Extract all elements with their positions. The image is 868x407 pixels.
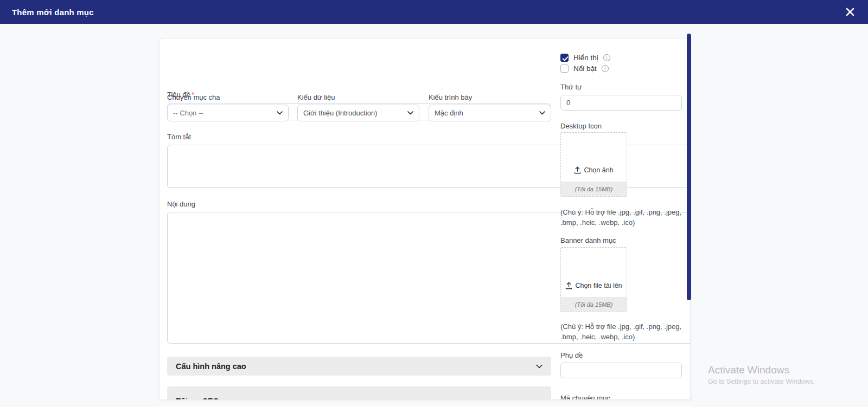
upload-icon (574, 166, 581, 174)
desktop-icon-upload-dropzone[interactable]: Chọn ảnh (Tối đa 15MB) (560, 132, 627, 197)
form-sidebar: Hiển thị Nổi bật Thứ tự Desktop Icon Chọ… (560, 38, 682, 400)
chevron-down-icon (407, 111, 413, 115)
modal-header: Thêm mới danh mục (0, 0, 868, 24)
order-label: Thứ tự (560, 83, 582, 91)
data-type-label: Kiểu dữ liệu (297, 93, 335, 101)
modal-scrollbar[interactable] (687, 34, 691, 300)
display-type-select[interactable]: Mặc định (429, 105, 551, 121)
add-category-form-card: Tiêu đề* Chuyên mục cha Kiểu dữ liệu Kiể… (159, 38, 691, 400)
info-icon[interactable] (602, 65, 609, 72)
close-icon[interactable] (844, 6, 856, 18)
subtitle-input[interactable] (560, 363, 682, 378)
max-size-hint: (Tối đa 15MB) (561, 297, 627, 312)
file-support-note: (Chú ý: Hỗ trợ file .jpg, .gif, .png, .j… (560, 208, 683, 228)
visible-checkbox-row: Hiển thị (560, 54, 610, 62)
file-support-note: (Chú ý: Hỗ trợ file .jpg, .gif, .png, .j… (560, 322, 683, 343)
choose-file-button[interactable]: Chọn file tải lên (565, 282, 622, 289)
upload-icon (565, 282, 572, 289)
desktop-icon-label: Desktop Icon (560, 122, 602, 130)
order-input[interactable] (560, 95, 682, 111)
chevron-down-icon (277, 111, 283, 115)
banner-label: Banner danh mục (560, 236, 616, 244)
featured-checkbox-label: Nổi bật (573, 64, 597, 73)
advanced-config-accordion[interactable]: Cấu hình nâng cao (167, 357, 551, 376)
max-size-hint: (Tối đa 15MB) (561, 182, 627, 196)
info-icon[interactable] (603, 54, 610, 61)
featured-checkbox[interactable] (560, 64, 569, 73)
chevron-down-icon (536, 364, 542, 369)
category-code-label: Mã chuyên mục (560, 394, 610, 400)
visible-checkbox[interactable] (560, 54, 569, 62)
data-type-select[interactable]: Giới thiệu (Introduction) (297, 105, 419, 121)
parent-category-select[interactable]: -- Chọn -- (167, 105, 289, 121)
display-type-label: Kiểu trình bày (429, 93, 472, 101)
windows-activation-watermark: Activate Windows Go to Settings to activ… (708, 364, 815, 385)
chevron-down-icon (539, 111, 545, 115)
parent-category-label: Chuyên mục cha (167, 93, 220, 101)
page-title: Thêm mới danh mục (12, 8, 94, 17)
featured-checkbox-row: Nổi bật (560, 64, 609, 73)
summary-label: Tóm tắt (167, 133, 191, 141)
choose-image-button[interactable]: Chọn ảnh (574, 166, 613, 174)
content-label: Nội dung (167, 200, 195, 208)
visible-checkbox-label: Hiển thị (573, 54, 598, 62)
subtitle-label: Phụ đề (560, 351, 583, 359)
banner-upload-dropzone[interactable]: Chọn file tải lên (Tối đa 15MB) (560, 247, 627, 312)
seo-accordion[interactable]: Tối ưu SEO (167, 386, 551, 400)
